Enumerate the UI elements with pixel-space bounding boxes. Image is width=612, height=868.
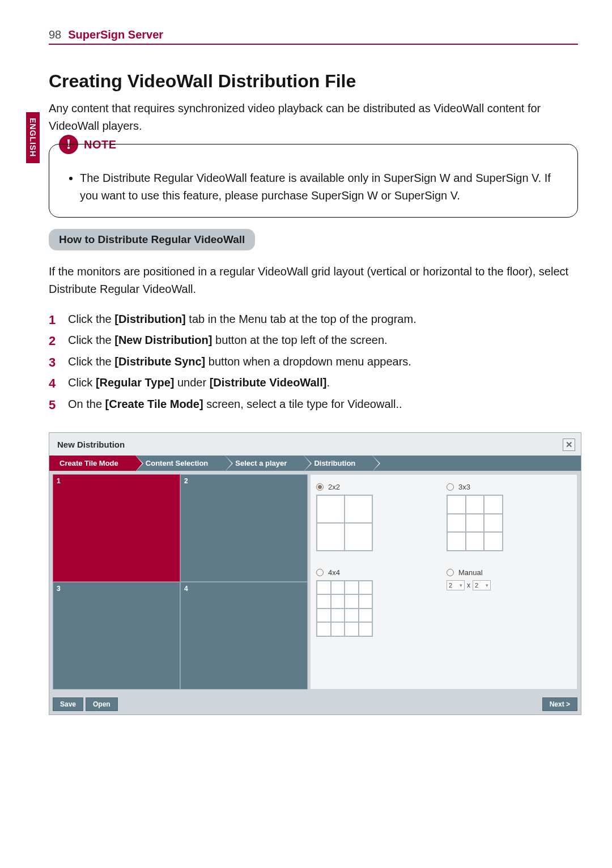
new-distribution-dialog: New Distribution ✕ Create Tile Mode Cont… — [49, 432, 581, 715]
page-number: 98 — [49, 28, 61, 41]
subsection-pill: How to Distribute Regular VideoWall — [49, 229, 255, 250]
radio-2x2[interactable] — [316, 483, 324, 491]
tile-preview-cell-4[interactable]: 4 — [180, 582, 308, 690]
step-text: Click [Regular Type] under [Distribute V… — [68, 373, 330, 394]
close-button[interactable]: ✕ — [563, 439, 575, 451]
radio-manual-label: Manual — [458, 568, 483, 577]
note-callout: ! NOTE The Distribute Regular VideoWall … — [49, 144, 578, 218]
step-number: 4 — [49, 373, 60, 394]
header-title: SuperSign Server — [68, 28, 163, 41]
running-header: 98 SuperSign Server — [49, 28, 578, 45]
manual-rows-stepper[interactable]: 2▾ — [473, 580, 491, 590]
step-3: 3 Click the [Distribute Sync] button whe… — [49, 352, 578, 373]
dialog-title: New Distribution — [57, 440, 125, 449]
step-text: On the [Create Tile Mode] screen, select… — [68, 394, 402, 415]
wizard-step-select-player[interactable]: Select a player — [225, 456, 304, 471]
language-side-tab: ENGLISH — [26, 112, 40, 163]
step-text: Click the [New Distribution] button at t… — [68, 330, 388, 351]
save-button[interactable]: Save — [53, 697, 83, 711]
option-2x2: 2x2 — [316, 483, 441, 551]
step-text: Click the [Distribute Sync] button when … — [68, 352, 411, 373]
wizard-step-create-tile-mode[interactable]: Create Tile Mode — [49, 456, 135, 471]
section-heading: Creating VideoWall Distribution File — [49, 71, 578, 92]
wizard-steps: Create Tile Mode Content Selection Selec… — [49, 456, 581, 471]
tile-preview-cell-1[interactable]: 1 — [53, 474, 180, 582]
step-text: Click the [Distribution] tab in the Menu… — [68, 309, 416, 330]
note-item: The Distribute Regular VideoWall feature… — [80, 169, 565, 205]
tile-preview-cell-2[interactable]: 2 — [180, 474, 308, 582]
manual-cols-stepper[interactable]: 2▾ — [447, 580, 465, 590]
grid-thumb-4x4 — [316, 580, 373, 637]
document-page: 98 SuperSign Server Creating VideoWall D… — [0, 0, 612, 715]
radio-3x3-label: 3x3 — [458, 483, 470, 491]
wizard-tail — [372, 456, 581, 471]
radio-3x3[interactable] — [447, 483, 454, 491]
option-manual: Manual 2▾ x 2▾ — [447, 568, 571, 637]
subsection-description: If the monitors are positioned in a regu… — [49, 263, 578, 298]
step-number: 3 — [49, 352, 60, 373]
radio-4x4[interactable] — [316, 569, 324, 576]
step-number: 2 — [49, 330, 60, 351]
radio-manual[interactable] — [447, 569, 454, 576]
wizard-step-distribution[interactable]: Distribution — [304, 456, 372, 471]
step-2: 2 Click the [New Distribution] button at… — [49, 330, 578, 351]
option-4x4: 4x4 — [316, 568, 441, 637]
tile-preview-cell-3[interactable]: 3 — [53, 582, 180, 690]
grid-thumb-2x2 — [316, 495, 373, 551]
option-3x3: 3x3 — [447, 483, 571, 551]
manual-x-label: x — [467, 581, 470, 589]
radio-4x4-label: 4x4 — [328, 568, 340, 577]
open-button[interactable]: Open — [86, 697, 118, 711]
radio-2x2-label: 2x2 — [328, 483, 340, 491]
next-button[interactable]: Next > — [542, 697, 577, 711]
tile-preview-grid: 1 2 3 4 — [53, 474, 308, 690]
wizard-step-content-selection[interactable]: Content Selection — [135, 456, 226, 471]
step-5: 5 On the [Create Tile Mode] screen, sele… — [49, 394, 578, 415]
step-number: 5 — [49, 394, 60, 415]
step-1: 1 Click the [Distribution] tab in the Me… — [49, 309, 578, 330]
tile-type-options: 2x2 3x3 4x4 — [310, 474, 577, 690]
step-4: 4 Click [Regular Type] under [Distribute… — [49, 373, 578, 394]
step-number: 1 — [49, 309, 60, 330]
procedure-steps: 1 Click the [Distribution] tab in the Me… — [49, 309, 578, 415]
grid-thumb-3x3 — [447, 495, 503, 551]
intro-paragraph: Any content that requires synchronized v… — [49, 100, 578, 135]
